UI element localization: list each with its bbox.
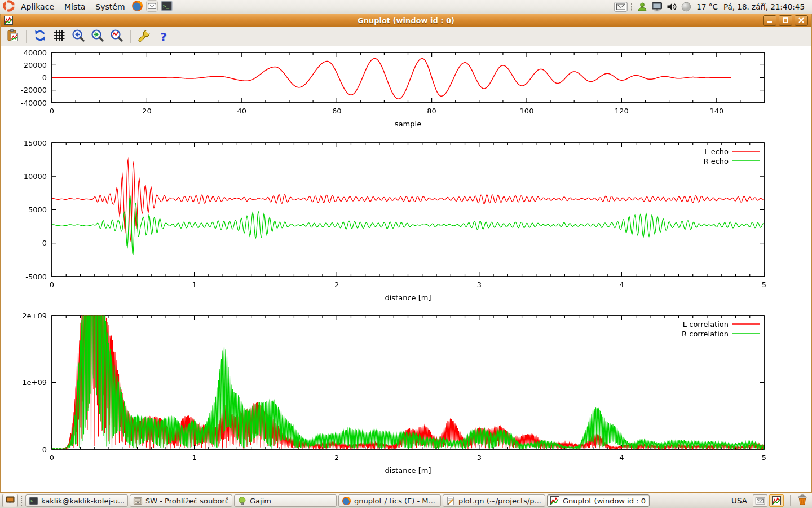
keyboard-layout-indicator[interactable]: USA: [731, 496, 747, 505]
weather-icon[interactable]: [679, 1, 693, 13]
volume-icon[interactable]: [665, 1, 678, 13]
user-switcher-icon[interactable]: [636, 1, 649, 13]
gnuplot-icon: [4, 16, 14, 25]
taskbar-button-terminal[interactable]: >_ kaklik@kaklik-kolej-u...: [25, 494, 128, 507]
temperature-indicator[interactable]: 17 °C: [696, 2, 718, 11]
taskbar-button-label: gnuplot / tics (E) - M...: [354, 497, 435, 505]
replot-button[interactable]: [32, 29, 48, 45]
wrench-icon: [138, 29, 151, 45]
taskbar-button-editor[interactable]: plot.gn (~/projects/p...: [443, 494, 545, 507]
mail-launcher[interactable]: [145, 0, 159, 14]
toolbar-separator: [130, 30, 131, 43]
taskbar-right-group: USA: [731, 494, 810, 507]
taskbar-button-label: Gnuplot (window id : 0): [563, 497, 646, 505]
taskbar-button-label: Gajim: [250, 497, 271, 505]
show-desktop-button[interactable]: [2, 494, 18, 507]
tray-separator: [630, 3, 633, 11]
taskbar-button-label: plot.gn (~/projects/p...: [458, 497, 541, 505]
copy-to-clipboard-button[interactable]: [5, 29, 20, 45]
zoom-reset-icon: [110, 29, 123, 45]
mail-tray-button[interactable]: [753, 494, 767, 507]
taskbar-button-gajim[interactable]: Gajim: [234, 494, 337, 507]
firefox-launcher[interactable]: [131, 0, 144, 14]
copy-icon: [6, 29, 19, 45]
taskbar-button-gnuplot[interactable]: Gnuplot (window id : 0): [547, 494, 650, 507]
panel-tray: 17 °C Pá, 18. září, 21:40:45: [614, 0, 812, 14]
show-desktop-icon: [6, 496, 15, 506]
gnuplot-canvas[interactable]: [1, 46, 811, 492]
gnome-top-panel: Aplikace Místa Systém: [0, 0, 812, 14]
display-icon[interactable]: [650, 1, 664, 13]
next-zoom-button[interactable]: [90, 29, 105, 45]
menu-places[interactable]: Místa: [59, 0, 90, 14]
clock[interactable]: Pá, 18. září, 21:40:45: [723, 2, 805, 11]
trash-icon: [796, 493, 809, 508]
options-button[interactable]: [136, 29, 152, 45]
unzoom-autoscale-button[interactable]: [109, 29, 125, 45]
gajim-icon: [237, 496, 247, 506]
close-button[interactable]: [795, 15, 808, 26]
zoom-previous-icon: [72, 29, 85, 45]
text-editor-icon: [445, 496, 456, 506]
help-icon: ?: [160, 30, 166, 43]
plot-area[interactable]: [1, 46, 811, 492]
grid-icon: [52, 29, 66, 45]
window-title: Gnuplot (window id : 0): [1, 16, 811, 25]
panel-left-group: Aplikace Místa Systém: [0, 0, 174, 14]
bottom-taskbar: >_ kaklik@kaklik-kolej-u... SW - Prohlíž…: [0, 493, 812, 508]
terminal-launcher[interactable]: >_: [160, 0, 174, 14]
help-button[interactable]: ?: [156, 29, 171, 45]
taskbar-button-label: SW - Prohlížeč souborů: [145, 497, 228, 505]
previous-zoom-button[interactable]: [70, 29, 86, 45]
svg-text:>_: >_: [163, 3, 169, 9]
taskbar-button-firefox[interactable]: gnuplot / tics (E) - M...: [338, 494, 441, 507]
terminal-icon: >_: [161, 0, 173, 14]
minimize-button[interactable]: [763, 15, 776, 26]
mail-app-icon: [146, 0, 158, 14]
maximize-button[interactable]: [779, 15, 792, 26]
window-list-handle[interactable]: [20, 496, 23, 506]
mail-tray-icon[interactable]: [614, 1, 628, 13]
taskbar-separator: [790, 495, 791, 506]
menu-applications[interactable]: Aplikace: [16, 0, 59, 14]
terminal-icon: >_: [28, 496, 38, 506]
svg-text:>_: >_: [30, 498, 36, 503]
gnuplot-icon: [550, 496, 560, 506]
ubuntu-logo-icon: [3, 0, 15, 14]
toggle-grid-button[interactable]: [51, 29, 67, 45]
file-manager-icon: [133, 496, 143, 506]
gnuplot-window: Gnuplot (window id : 0): [0, 14, 812, 493]
trash-button[interactable]: [795, 494, 810, 507]
window-controls: [763, 15, 811, 26]
desktop: Aplikace Místa Systém: [0, 0, 812, 508]
firefox-icon: [131, 0, 143, 14]
refresh-icon: [33, 29, 47, 45]
toolbar-separator: [26, 30, 27, 43]
titlebar[interactable]: Gnuplot (window id : 0): [1, 14, 811, 27]
ubuntu-menu-button[interactable]: [1, 0, 16, 14]
menu-system[interactable]: Systém: [90, 0, 130, 14]
firefox-icon: [341, 496, 351, 506]
taskbar-button-label: kaklik@kaklik-kolej-u...: [41, 497, 124, 505]
gnuplot-toolbar: ?: [1, 27, 811, 46]
taskbar-button-file-manager[interactable]: SW - Prohlížeč souborů: [130, 494, 232, 507]
zoom-next-icon: [91, 29, 104, 45]
gnuplot-tray-button[interactable]: [769, 494, 784, 507]
